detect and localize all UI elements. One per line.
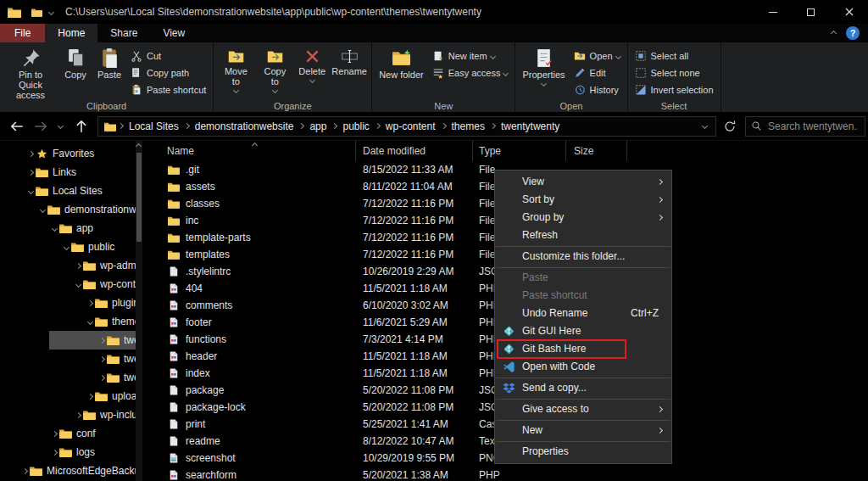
tab-file[interactable]: File [0, 24, 45, 42]
scroll-up-icon[interactable] [136, 143, 142, 149]
sidebar-item-app[interactable]: app [0, 219, 136, 238]
tab-home[interactable]: Home [45, 24, 97, 42]
sidebar-item-twentytwen[interactable]: twentytwen... [0, 368, 136, 387]
sidebar-item-public[interactable]: public [0, 238, 136, 256]
rename-button[interactable]: Rename [330, 45, 369, 77]
expander-chevron-icon[interactable] [25, 189, 36, 193]
expander-chevron-icon[interactable] [25, 152, 36, 156]
expander-chevron-icon[interactable] [73, 413, 83, 417]
invert-selection-button[interactable]: Invert selection [631, 81, 718, 98]
close-button[interactable] [830, 0, 868, 24]
back-button[interactable] [9, 119, 25, 134]
sidebar-item-twentytwen[interactable]: twentytwen... [0, 350, 136, 368]
search-input[interactable] [766, 120, 860, 133]
expander-chevron-icon[interactable] [19, 469, 30, 473]
address-field[interactable]: Local Sitesdemonstrationwebsiteapppublic… [97, 116, 716, 137]
column-header-type[interactable]: Type [473, 141, 566, 161]
copy-button[interactable]: Copy [58, 45, 92, 81]
expander-chevron-icon[interactable] [97, 338, 107, 343]
expander-chevron-icon[interactable] [97, 357, 107, 361]
file-row-searchform[interactable]: searchform5/20/2021 1:38 AMPHP [142, 467, 868, 481]
delete-button[interactable]: Delete [294, 45, 330, 83]
easy-access-button[interactable]: Easy access [428, 64, 513, 81]
column-header-size[interactable]: Size [566, 141, 627, 161]
quick-access-toolbar-chevron-icon[interactable] [48, 8, 54, 14]
breadcrumb-item-app[interactable]: app [303, 120, 332, 132]
recent-locations-chevron-icon[interactable] [55, 119, 65, 134]
sidebar-scrollbar[interactable] [136, 141, 142, 481]
expander-chevron-icon[interactable] [85, 320, 95, 324]
new-item-button[interactable]: New item [428, 48, 513, 64]
breadcrumb-item-local-sites[interactable]: Local Sites [123, 120, 185, 132]
menu-item-group-by[interactable]: Group by [495, 209, 671, 227]
menu-item-git-bash-here[interactable]: Git Bash Here [495, 340, 671, 358]
open-button[interactable]: Open [570, 48, 625, 64]
expander-chevron-icon[interactable] [49, 450, 59, 455]
breadcrumb-item-themes[interactable]: themes [446, 120, 491, 132]
expander-chevron-icon[interactable] [73, 282, 83, 287]
copy-to-button[interactable]: Copy to [255, 45, 294, 93]
menu-item-git-gui-here[interactable]: Git GUI Here [495, 322, 671, 340]
sidebar-item-demonstrationwebs[interactable]: demonstrationwebs... [0, 200, 136, 219]
breadcrumb-item-twentytwenty[interactable]: twentytwenty [495, 120, 565, 132]
sidebar-item-wp-content[interactable]: wp-content [0, 275, 136, 294]
sidebar-item-twentytwen[interactable]: twentytwen... [0, 331, 136, 350]
sidebar-item-microsoftedgebacku[interactable]: MicrosoftEdgeBacku... [0, 461, 136, 480]
edit-button[interactable]: Edit [570, 64, 625, 81]
breadcrumb-item-wp-content[interactable]: wp-content [380, 120, 442, 132]
move-to-button[interactable]: Move to [216, 45, 255, 93]
menu-item-send-a-copy[interactable]: Send a copy... [495, 379, 671, 397]
sidebar-item-logs[interactable]: logs [0, 443, 136, 461]
column-header-name[interactable]: Name [142, 141, 356, 161]
expander-chevron-icon[interactable] [73, 264, 83, 268]
sidebar-item-links[interactable]: Links [0, 163, 136, 182]
paste-button[interactable]: Paste [92, 45, 126, 81]
expander-chevron-icon[interactable] [85, 394, 95, 399]
copy-path-button[interactable]: Copy path [126, 64, 210, 81]
new-folder-button[interactable]: New folder [375, 45, 428, 81]
address-dropdown-chevron-icon[interactable] [702, 123, 708, 129]
cut-button[interactable]: Cut [126, 48, 210, 64]
sidebar-item-themes[interactable]: themes [0, 312, 136, 331]
menu-item-view[interactable]: View [495, 173, 671, 191]
maximize-button[interactable] [792, 0, 830, 24]
menu-item-new[interactable]: New [495, 422, 671, 439]
forward-button[interactable] [33, 119, 48, 134]
menu-item-properties[interactable]: Properties [495, 443, 671, 461]
sidebar-item-conf[interactable]: conf [0, 424, 136, 443]
breadcrumb-item-public[interactable]: public [337, 120, 375, 132]
select-all-button[interactable]: Select all [631, 48, 718, 64]
pin-to-quick-access-button[interactable]: Pin to Quick access [3, 45, 58, 101]
menu-item-undo-rename[interactable]: Undo RenameCtrl+Z [495, 305, 671, 322]
refresh-button[interactable] [723, 120, 737, 133]
sidebar-item-local-sites[interactable]: Local Sites [0, 182, 136, 200]
breadcrumb-item-demonstrationwebsite[interactable]: demonstrationwebsite [189, 120, 300, 132]
scrollbar-thumb[interactable] [136, 153, 142, 242]
expander-chevron-icon[interactable] [49, 432, 59, 436]
sidebar-item-favorites[interactable]: Favorites [0, 144, 136, 163]
sidebar-item-plugins[interactable]: plugins [0, 294, 136, 312]
expander-chevron-icon[interactable] [37, 208, 47, 212]
menu-item-give-access-to[interactable]: Give access to [495, 400, 671, 418]
menu-item-sort-by[interactable]: Sort by [495, 191, 671, 209]
expander-chevron-icon[interactable] [85, 301, 95, 305]
sidebar-item-wp-includes[interactable]: wp-includes [0, 405, 136, 424]
expander-chevron-icon[interactable] [49, 227, 59, 231]
tab-view[interactable]: View [150, 24, 198, 42]
menu-item-customize-this-folder[interactable]: Customize this folder... [495, 248, 671, 266]
history-button[interactable]: History [570, 81, 625, 98]
minimize-button[interactable] [754, 0, 792, 24]
up-button[interactable] [74, 119, 89, 134]
expander-chevron-icon[interactable] [61, 245, 71, 249]
expander-chevron-icon[interactable] [97, 376, 107, 380]
column-header-date-modified[interactable]: Date modified [356, 141, 473, 161]
quick-access-folder-icon[interactable] [31, 8, 42, 17]
help-icon[interactable] [846, 26, 860, 40]
tab-share[interactable]: Share [97, 24, 150, 42]
sidebar-item-wp-admin[interactable]: wp-admin [0, 256, 136, 275]
expander-chevron-icon[interactable] [25, 171, 36, 175]
paste-shortcut-button[interactable]: Paste shortcut [126, 81, 210, 98]
properties-button[interactable]: Properties [518, 45, 569, 87]
select-none-button[interactable]: Select none [631, 64, 718, 81]
sidebar-item-uploads[interactable]: uploads [0, 387, 136, 405]
